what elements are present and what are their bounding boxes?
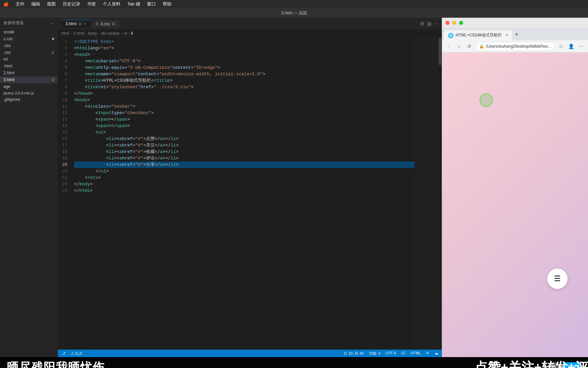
sidebar-file-jquery[interactable]: jquery-3.6.0.min.js xyxy=(0,90,58,96)
nav-back-btn[interactable]: ‹ xyxy=(445,42,453,50)
sidebar-menu-icon[interactable]: ··· xyxy=(51,21,54,26)
nav-forward-btn[interactable]: › xyxy=(455,42,463,50)
hamburger-menu-button[interactable]: ☰ xyxy=(547,269,568,289)
status-icon1[interactable]: ⚟ xyxy=(426,351,429,356)
sidebar-file-2html[interactable]: 2.html xyxy=(0,70,58,76)
code-line-14: <span></span> xyxy=(74,123,414,129)
status-line-ending[interactable]: LF xyxy=(401,351,406,356)
status-language[interactable]: HTML xyxy=(411,351,421,356)
code-line-17: <li><a href="#">关注</a></li> xyxy=(74,142,414,149)
code-line-3: <head> xyxy=(74,51,414,58)
file-label: scode xyxy=(3,30,14,34)
browser-tab-close[interactable]: ✕ xyxy=(505,33,508,37)
editor-scrollbar[interactable] xyxy=(438,37,442,350)
file-label: s.css xyxy=(3,36,13,41)
menu-profile[interactable]: 个人资料 xyxy=(103,1,120,7)
code-editor: 3.html U ✕ # 3.css U ⊞ ▤ ··· html › 3.ht… xyxy=(58,18,442,357)
status-git: ⎇ xyxy=(61,351,66,356)
breadcrumb-ul[interactable]: ul xyxy=(124,31,127,36)
menu-view[interactable]: 视图 xyxy=(47,1,56,7)
breadcrumb-html[interactable]: html xyxy=(61,31,69,36)
sidebar-file-gitignore[interactable]: .gitignore xyxy=(0,96,58,103)
more-btn[interactable]: ⋯ xyxy=(577,42,585,50)
tab-favicon: 🌐 xyxy=(448,33,454,38)
status-icon2[interactable]: ☁ xyxy=(435,351,438,356)
nav-refresh-btn[interactable]: ↺ xyxy=(465,42,473,50)
split-editor-icon[interactable]: ⊞ xyxy=(420,21,424,26)
menu-file[interactable]: 文件 xyxy=(16,1,24,7)
menu-bookmarks[interactable]: 书签 xyxy=(87,1,96,7)
sidebar-header: 资源管理器 ··· xyxy=(0,18,58,29)
code-line-1: <!DOCTYPE html> xyxy=(74,39,414,45)
mac-menubar: 🍎 文件 编辑 视图 历史记录 书签 个人资料 Tab 键 窗口 帮助 xyxy=(0,0,588,8)
browser-navbar: ‹ › ↺ 🔒 /Users/wuhang/Desktop/bilibili/h… xyxy=(442,40,588,52)
code-line-13: <span></span> xyxy=(74,116,414,123)
file-label: .html xyxy=(3,64,12,68)
tab-unsaved-badge: U xyxy=(79,21,82,26)
menu-icon: ☰ xyxy=(554,274,561,283)
sidebar-file-scss[interactable]: s.css xyxy=(0,35,58,42)
code-line-18: <li><a href="#">收藏</a></li> xyxy=(74,149,414,155)
browser-tab-title: HTML+CSS伸缩式导航栏 xyxy=(456,32,502,38)
browser-content: ☰ xyxy=(442,52,588,357)
tab-css-unsaved: U xyxy=(112,21,115,26)
menu-history[interactable]: 历史记录 xyxy=(63,1,80,7)
file-label: ml xyxy=(3,57,8,62)
sidebar-file-age[interactable]: age xyxy=(0,83,58,90)
editor-status-bar: ⎇ ⚠ 0△0 行 20, 列 40 空格: 4 UTF-8 LF HTML ⚟… xyxy=(58,350,442,357)
browser-tab-active[interactable]: 🌐 HTML+CSS伸缩式导航栏 ✕ xyxy=(444,30,512,40)
tab-3html[interactable]: 3.html U ✕ xyxy=(61,20,90,28)
sidebar-file-css1[interactable]: .css xyxy=(0,42,58,49)
file-label: 3.html xyxy=(3,77,15,82)
file-label: jquery-3.6.0.min.js xyxy=(3,91,34,95)
menu-window[interactable]: 窗口 xyxy=(147,1,156,7)
tab-close-btn[interactable]: ✕ xyxy=(83,22,86,26)
breadcrumb-divnavbar[interactable]: div.navbar xyxy=(101,31,119,36)
apple-menu[interactable]: 🍎 xyxy=(3,2,9,7)
browser-close-btn[interactable] xyxy=(445,21,450,25)
status-spaces[interactable]: 空格: 4 xyxy=(369,351,380,356)
more-actions-icon[interactable]: ··· xyxy=(434,21,438,26)
code-line-20: <li><a href="#">分享</a></li> xyxy=(74,162,414,168)
sidebar-file-1html[interactable]: .html xyxy=(0,63,58,70)
sidebar-file-css2[interactable]: .css U xyxy=(0,49,58,56)
url-text: /Users/wuhang/Desktop/bilibili/hov... xyxy=(486,44,551,49)
browser-maximize-btn[interactable] xyxy=(459,21,463,25)
tab-3css[interactable]: # 3.css U xyxy=(92,20,119,28)
file-label: .css xyxy=(3,43,11,48)
scrollbar-thumb[interactable] xyxy=(439,38,441,65)
code-line-8: <link rel="stylesheet" href="../css/3.cs… xyxy=(74,84,414,90)
code-line-15: <ul> xyxy=(74,129,414,136)
new-tab-btn[interactable]: + xyxy=(512,29,521,40)
editor-code-content[interactable]: 1 2 3 4 5 6 7 8 9 10 11 12 13 14 15 16 1… xyxy=(58,37,442,350)
status-bar-right: 行 20, 列 40 空格: 4 UTF-8 LF HTML ⚟ ☁ xyxy=(344,351,438,356)
menu-help[interactable]: 帮助 xyxy=(163,1,172,7)
menu-edit[interactable]: 编辑 xyxy=(31,1,40,7)
breadcrumb-li[interactable]: li xyxy=(131,31,133,36)
sidebar-file-scode[interactable]: scode xyxy=(0,29,58,35)
sidebar-file-ml[interactable]: ml xyxy=(0,56,58,63)
browser-tab-bar: 🌐 HTML+CSS伸缩式导航栏 ✕ + xyxy=(442,28,588,40)
bookmark-btn[interactable]: ☆ xyxy=(557,42,565,50)
browser-titlebar xyxy=(442,18,588,28)
code-line-4: <meta charset="UTF-8"> xyxy=(74,58,414,64)
unsaved-badge: U xyxy=(52,51,54,55)
profile-btn[interactable]: 👤 xyxy=(567,42,575,50)
status-encoding[interactable]: UTF-8 xyxy=(386,351,396,356)
code-text-area[interactable]: <!DOCTYPE html> <html lang="en"> <head> … xyxy=(71,37,414,350)
sidebar-file-3html[interactable]: 3.html U xyxy=(0,76,58,83)
editor-breadcrumb: html › 3.html › body › div.navbar › ul ›… xyxy=(58,30,442,37)
breadcrumb-body[interactable]: body xyxy=(88,31,97,36)
address-bar[interactable]: 🔒 /Users/wuhang/Desktop/bilibili/hov... xyxy=(475,42,555,51)
breadcrumb-3html[interactable]: 3.html xyxy=(73,31,84,36)
tab-hash: # xyxy=(96,21,98,26)
editor-tabs-bar: 3.html U ✕ # 3.css U ⊞ ▤ ··· xyxy=(58,18,442,30)
editor-layout-icon[interactable]: ▤ xyxy=(427,21,431,26)
status-position[interactable]: 行 20, 列 40 xyxy=(344,351,364,356)
code-line-2: <html lang="en"> xyxy=(74,45,414,51)
code-line-24: </html> xyxy=(74,187,414,194)
tab-css-filename: 3.css xyxy=(100,21,110,26)
menu-tab[interactable]: Tab 键 xyxy=(127,1,140,7)
file-label: .gitignore xyxy=(3,97,20,102)
browser-minimize-btn[interactable] xyxy=(452,21,456,25)
